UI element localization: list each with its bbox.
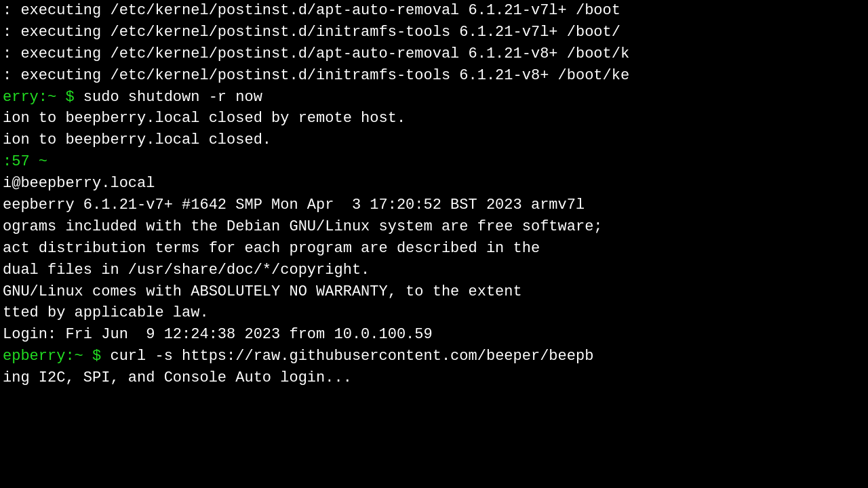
terminal-line: ograms included with the Debian GNU/Linu… bbox=[0, 216, 868, 238]
terminal-line: ion to beepberry.local closed. bbox=[0, 129, 868, 151]
terminal-line: : executing /etc/kernel/postinst.d/initr… bbox=[0, 65, 868, 87]
terminal-line: ing I2C, SPI, and Console Auto login... bbox=[0, 367, 868, 389]
terminal-line: GNU/Linux comes with ABSOLUTELY NO WARRA… bbox=[0, 281, 868, 303]
terminal-line: ion to beepberry.local closed by remote … bbox=[0, 108, 868, 129]
terminal-line: : executing /etc/kernel/postinst.d/apt-a… bbox=[0, 0, 868, 22]
terminal-line: eepberry 6.1.21-v7+ #1642 SMP Mon Apr 3 … bbox=[0, 195, 868, 216]
terminal-line: epberry:~ $ curl -s https://raw.githubus… bbox=[0, 346, 868, 367]
terminal-line: : executing /etc/kernel/postinst.d/apt-a… bbox=[0, 43, 868, 65]
terminal-line: act distribution terms for each program … bbox=[0, 238, 868, 260]
terminal-line: :57 ~ bbox=[0, 151, 868, 173]
terminal-line: erry:~ $ sudo shutdown -r now bbox=[0, 87, 868, 108]
terminal-line: dual files in /usr/share/doc/*/copyright… bbox=[0, 260, 868, 281]
terminal-line: : executing /etc/kernel/postinst.d/initr… bbox=[0, 22, 868, 43]
terminal-line: i@beepberry.local bbox=[0, 173, 868, 195]
terminal-line: tted by applicable law. bbox=[0, 302, 868, 324]
terminal-line: Login: Fri Jun 9 12:24:38 2023 from 10.0… bbox=[0, 324, 868, 346]
terminal-window: : executing /etc/kernel/postinst.d/apt-a… bbox=[0, 0, 868, 488]
